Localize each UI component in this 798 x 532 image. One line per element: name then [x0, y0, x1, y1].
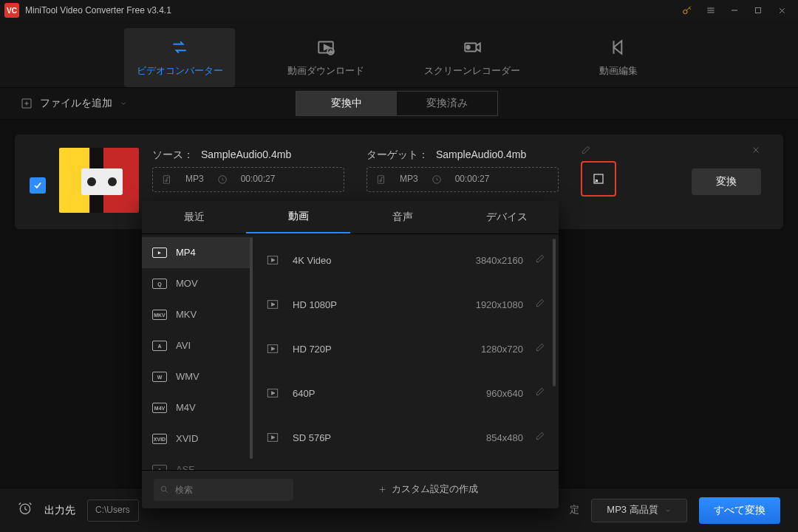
- svg-point-6: [466, 46, 469, 49]
- tab-record[interactable]: スクリーンレコーダー: [417, 28, 528, 87]
- target-filename: SampleAudio0.4mb: [436, 148, 526, 163]
- format-label: MKV: [176, 308, 197, 321]
- format-badge-icon: A: [152, 341, 167, 351]
- popup-tabs: 最近 動画 音声 デバイス: [142, 201, 559, 234]
- preset-settings-icon[interactable]: [535, 298, 545, 312]
- source-filename: SampleAudio0.4mb: [201, 148, 291, 163]
- format-search[interactable]: [154, 479, 293, 501]
- tab-edit[interactable]: 動画編集: [563, 28, 674, 87]
- format-xvid[interactable]: XVIDXVID: [142, 423, 253, 454]
- svg-point-12: [380, 180, 381, 181]
- audio-file-icon: [376, 174, 386, 185]
- video-preset-icon: [266, 298, 281, 313]
- preset-row[interactable]: HD 720P 1280x720: [253, 327, 559, 372]
- preset-settings-icon[interactable]: [535, 253, 545, 267]
- svg-point-0: [683, 10, 687, 13]
- svg-marker-16: [272, 259, 276, 262]
- format-label: XVID: [176, 432, 198, 446]
- svg-rect-8: [163, 175, 169, 183]
- popup-tab-video[interactable]: 動画: [246, 201, 350, 233]
- convert-all-button[interactable]: すべて変換: [699, 497, 780, 524]
- window-close-icon[interactable]: [770, 0, 794, 21]
- create-custom-preset[interactable]: カスタム設定の作成: [308, 482, 547, 496]
- popup-footer: カスタム設定の作成: [142, 470, 559, 508]
- audio-file-icon: [162, 174, 172, 185]
- preset-resolution: 854x480: [457, 432, 523, 445]
- preset-label: 4K Video: [293, 254, 445, 267]
- tab-record-label: スクリーンレコーダー: [424, 64, 520, 78]
- output-preset-dropdown[interactable]: MP3 高品質: [591, 499, 687, 522]
- remove-job-icon[interactable]: [751, 145, 761, 159]
- preset-row[interactable]: HD 1080P 1920x1080: [253, 283, 559, 327]
- job-checkbox[interactable]: [30, 177, 46, 194]
- title-bar: VC MiniTool Video Converter Free v3.4.1: [0, 0, 798, 21]
- preset-resolution: 3840x2160: [457, 254, 523, 267]
- search-icon: [160, 485, 169, 494]
- preset-row[interactable]: 4K Video 3840x2160: [253, 239, 559, 283]
- output-path[interactable]: C:\Users: [87, 499, 139, 522]
- preset-label: SD 576P: [293, 432, 445, 445]
- tab-download[interactable]: 動画ダウンロード: [270, 28, 381, 87]
- preset-settings-icon[interactable]: [535, 342, 545, 356]
- preset-resolution: 1280x720: [457, 343, 523, 356]
- popup-tab-audio[interactable]: 音声: [350, 201, 454, 233]
- svg-rect-11: [378, 175, 383, 183]
- target-duration: 00:00:27: [455, 173, 490, 185]
- format-m4v[interactable]: M4VM4V: [142, 392, 253, 423]
- plus-icon: [378, 485, 387, 494]
- svg-point-9: [166, 180, 167, 181]
- format-mkv[interactable]: MKVMKV: [142, 299, 253, 330]
- tab-converter[interactable]: ビデオコンバーター: [124, 28, 235, 87]
- target-format-button[interactable]: [581, 161, 616, 197]
- license-key-icon[interactable]: [675, 0, 699, 21]
- svg-rect-1: [756, 8, 761, 13]
- edit-target-icon[interactable]: [581, 145, 591, 159]
- svg-marker-24: [272, 436, 276, 440]
- preset-row[interactable]: SD 576P 854x480: [253, 416, 559, 460]
- format-badge-icon: MKV: [152, 310, 167, 320]
- menu-icon[interactable]: [699, 0, 723, 21]
- main-tabs: ビデオコンバーター 動画ダウンロード スクリーンレコーダー 動画編集: [0, 21, 798, 87]
- preset-label: HD 720P: [293, 343, 445, 356]
- app-logo: VC: [4, 3, 19, 18]
- format-badge-icon: Q: [152, 279, 167, 289]
- tab-converter-label: ビデオコンバーター: [137, 64, 223, 78]
- chevron-down-icon[interactable]: [120, 100, 127, 107]
- format-popup: 最近 動画 音声 デバイス ▸MP4 QMOV MKVMKV AAVI WWMV…: [142, 201, 559, 508]
- target-meta: MP3 00:00:27: [366, 167, 559, 192]
- trailing-text: 定: [570, 503, 579, 516]
- format-mov[interactable]: QMOV: [142, 268, 253, 299]
- format-wmv[interactable]: WWMV: [142, 361, 253, 392]
- preset-row[interactable]: 640P 960x640: [253, 372, 559, 416]
- video-preset-icon: [266, 342, 281, 357]
- format-asf[interactable]: AASF: [142, 454, 253, 470]
- format-label: MP4: [176, 246, 196, 259]
- format-badge-icon: ▸: [152, 248, 167, 258]
- preset-list[interactable]: 4K Video 3840x2160 HD 1080P 1920x1080 HD…: [253, 234, 559, 470]
- preset-settings-icon[interactable]: [535, 431, 545, 445]
- convert-status-segment: 変換中 変換済み: [296, 91, 498, 116]
- source-duration: 00:00:27: [241, 173, 276, 185]
- format-avi[interactable]: AAVI: [142, 330, 253, 361]
- window-maximize-icon[interactable]: [746, 0, 770, 21]
- preset-settings-icon[interactable]: [535, 386, 545, 400]
- format-badge-icon: M4V: [152, 403, 167, 413]
- toolbar: ファイルを追加 変換中 変換済み: [0, 87, 798, 120]
- preset-resolution: 960x640: [457, 387, 523, 400]
- app-title: MiniTool Video Converter Free v3.4.1: [25, 4, 171, 17]
- format-search-input[interactable]: [174, 484, 287, 496]
- popup-tab-recent[interactable]: 最近: [142, 201, 246, 233]
- segment-converted[interactable]: 変換済み: [397, 92, 497, 115]
- target-block: ターゲット： SampleAudio0.4mb MP3 00:00:27: [366, 148, 559, 192]
- convert-button[interactable]: 変換: [692, 168, 761, 195]
- preset-resolution: 1920x1080: [457, 299, 523, 312]
- format-badge-icon: XVID: [152, 434, 167, 444]
- popup-tab-device[interactable]: デバイス: [454, 201, 559, 233]
- add-files-button[interactable]: ファイルを追加: [21, 96, 127, 111]
- window-minimize-icon[interactable]: [723, 0, 746, 21]
- format-sidebar[interactable]: ▸MP4 QMOV MKVMKV AAVI WWMV M4VM4V XVIDXV…: [142, 234, 253, 470]
- schedule-icon[interactable]: [18, 501, 33, 519]
- preset-label: 640P: [293, 387, 445, 400]
- segment-converting[interactable]: 変換中: [296, 92, 397, 115]
- format-mp4[interactable]: ▸MP4: [142, 237, 253, 268]
